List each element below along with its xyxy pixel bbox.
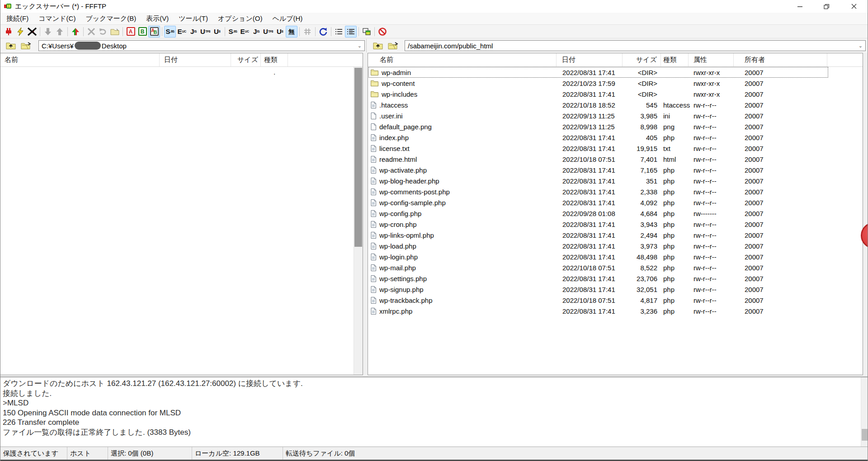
make-directory-button[interactable] xyxy=(109,26,121,38)
remote-header-attr[interactable]: 属性 xyxy=(689,53,734,66)
file-size-cell: <DIR> xyxy=(623,80,661,87)
remote-change-folder-button[interactable] xyxy=(387,40,400,51)
local-path-dropdown-icon[interactable]: ⌄ xyxy=(358,43,362,49)
local-header-type[interactable]: 種類 xyxy=(261,53,288,66)
remote-file-row[interactable]: wp-blog-header.php2022/08/31 17:41351php… xyxy=(368,175,828,186)
remote-file-row[interactable]: wp-comments-post.php2022/08/31 17:412,33… xyxy=(368,186,828,197)
local-kanji-utf8n-button[interactable]: U8 xyxy=(274,26,286,38)
local-path-combobox[interactable]: C:¥Users¥Desktop ⌄ xyxy=(38,40,365,51)
remote-file-row[interactable]: wp-mail.php2022/10/18 07:518,522phprw-r-… xyxy=(368,262,828,273)
remote-file-row[interactable]: wp-links-opml.php2022/08/31 17:412,494ph… xyxy=(368,230,828,240)
close-button[interactable] xyxy=(840,0,868,13)
restore-button[interactable] xyxy=(813,0,840,13)
file-date-cell: 2022/09/13 11:25 xyxy=(557,112,623,120)
quick-connect-button[interactable] xyxy=(14,26,26,38)
file-name-cell: readme.html xyxy=(368,155,557,163)
host-kanji-sjis-button[interactable]: SJIS xyxy=(164,26,176,38)
menu-item-bookmark[interactable]: ブックマーク(B) xyxy=(80,13,141,24)
menu-item-tool[interactable]: ツール(T) xyxy=(174,13,213,24)
mirror-upload-button[interactable] xyxy=(70,26,81,38)
remote-file-row[interactable]: wp-cron.php2022/08/31 17:413,943phprw-r-… xyxy=(368,219,828,230)
title-bar: エックスサーバー (*) - FFFTP xyxy=(0,0,868,13)
remote-file-row[interactable]: license.txt2022/08/31 17:4119,915txtrw-r… xyxy=(368,143,828,154)
remote-file-row[interactable]: wp-activate.php2022/08/31 17:417,165phpr… xyxy=(368,165,828,175)
file-date-cell: 2022/08/31 17:41 xyxy=(557,231,623,239)
folder-open-icon xyxy=(21,42,32,50)
halfwidth-kana-button[interactable] xyxy=(302,26,313,38)
remote-header-date[interactable]: 日付 xyxy=(557,53,623,66)
file-type-cell: php xyxy=(661,286,689,293)
menu-item-help[interactable]: ヘルプ(H) xyxy=(267,13,307,24)
local-kanji-utf8-button[interactable]: UTF8 xyxy=(262,26,274,38)
local-kanji-jis-button[interactable]: JIS xyxy=(250,26,262,38)
file-type-cell: png xyxy=(661,123,689,131)
minimize-button[interactable] xyxy=(787,0,813,13)
remote-file-row[interactable]: wp-config.php2022/09/28 01:084,684phprw-… xyxy=(368,208,828,219)
local-up-folder-button[interactable] xyxy=(4,40,18,51)
ascii-mode-button[interactable]: A xyxy=(125,26,137,38)
remote-file-row[interactable]: wp-admin2022/08/31 17:41<DIR>rwxr-xr-x20… xyxy=(368,67,828,78)
download-button[interactable] xyxy=(42,26,54,38)
remote-file-row[interactable]: readme.html2022/10/18 07:517,401htmlrw-r… xyxy=(368,154,828,165)
host-kanji-euc-button[interactable]: EUC xyxy=(176,26,188,38)
remote-file-row[interactable]: default_page.png2022/09/13 11:258,998png… xyxy=(368,121,828,132)
host-kanji-utf8-button[interactable]: UTF8 xyxy=(199,26,211,38)
kanji-main-letter: J xyxy=(190,28,194,35)
file-name: wp-cron.php xyxy=(379,221,417,228)
remote-file-row[interactable]: wp-signup.php2022/08/31 17:4132,051phprw… xyxy=(368,284,828,295)
undo-button[interactable] xyxy=(97,26,109,38)
menu-item-option[interactable]: オプション(O) xyxy=(213,13,267,24)
local-header-name[interactable]: 名前 xyxy=(0,53,160,66)
transfer-display-button[interactable] xyxy=(361,26,373,38)
menu-item-view[interactable]: 表示(V) xyxy=(141,13,174,24)
remote-header-size[interactable]: サイズ xyxy=(623,53,661,66)
remote-file-row[interactable]: wp-settings.php2022/08/31 17:4123,706php… xyxy=(368,273,828,284)
remote-file-row[interactable]: .htaccess2022/10/18 18:52545htaccessrw-r… xyxy=(368,99,828,110)
remote-path-dropdown-icon[interactable]: ⌄ xyxy=(859,43,863,49)
remote-header-name[interactable]: 名前 xyxy=(368,53,557,66)
remote-header-owner[interactable]: 所有者 xyxy=(734,53,827,66)
remote-header-type[interactable]: 種類 xyxy=(661,53,689,66)
local-panel-scrollbar[interactable] xyxy=(354,67,363,375)
connect-button[interactable] xyxy=(3,26,14,38)
file-owner-cell: 20007 xyxy=(734,166,827,174)
binary-mode-button[interactable]: B xyxy=(137,26,148,38)
local-change-folder-button[interactable] xyxy=(19,40,33,51)
remote-file-row[interactable]: .user.ini2022/09/13 11:253,985inirw-r--r… xyxy=(368,110,828,121)
detail-view-button[interactable] xyxy=(345,26,357,38)
log-scrollbar[interactable] xyxy=(861,377,868,447)
remote-file-row[interactable]: index.php2022/08/31 17:41405phprw-r--r--… xyxy=(368,132,828,143)
file-owner-cell: 20007 xyxy=(734,199,827,207)
disconnect-button[interactable] xyxy=(26,26,38,38)
remote-file-row[interactable]: wp-config-sample.php2022/08/31 17:414,09… xyxy=(368,197,828,208)
delete-button[interactable] xyxy=(85,26,97,38)
kanji-suffix: IS xyxy=(257,30,259,33)
abort-button[interactable] xyxy=(377,26,388,38)
file-icon xyxy=(371,221,376,228)
refresh-button[interactable] xyxy=(317,26,329,38)
menu-item-command[interactable]: コマンド(C) xyxy=(33,13,80,24)
log-scrollbar-thumb[interactable] xyxy=(862,429,868,441)
remote-file-row[interactable]: wp-trackback.php2022/10/18 07:514,817php… xyxy=(368,295,828,306)
local-header-size[interactable]: サイズ xyxy=(231,53,261,66)
host-kanji-utf8n-button[interactable]: U8 xyxy=(211,26,223,38)
remote-up-folder-button[interactable] xyxy=(371,40,385,51)
local-kanji-sjis-button[interactable]: SJIS xyxy=(227,26,239,38)
remote-file-row[interactable]: wp-login.php2022/08/31 17:4148,498phprw-… xyxy=(368,251,828,262)
file-icon xyxy=(371,308,376,315)
remote-file-row[interactable]: wp-load.php2022/08/31 17:413,973phprw-r-… xyxy=(368,240,828,251)
local-scrollbar-thumb[interactable] xyxy=(354,68,362,247)
remote-file-row[interactable]: xmlrpc.php2022/08/31 17:413,236phprw-r--… xyxy=(368,306,828,316)
auto-mode-button[interactable]: AB xyxy=(148,26,160,38)
kanji-main-letter: U xyxy=(277,28,282,35)
menu-item-connect[interactable]: 接続(F) xyxy=(1,13,33,24)
remote-path-combobox[interactable]: /sabameijin.com/public_html ⌄ xyxy=(405,40,866,51)
host-kanji-jis-button[interactable]: JIS xyxy=(188,26,199,38)
remote-file-row[interactable]: wp-content2022/10/23 17:59<DIR>rwxr-xr-x… xyxy=(368,78,828,89)
local-header-date[interactable]: 日付 xyxy=(160,53,231,66)
upload-button[interactable] xyxy=(54,26,66,38)
remote-file-row[interactable]: wp-includes2022/08/31 17:41<DIR>rwxr-xr-… xyxy=(368,89,828,99)
local-kanji-none-button[interactable]: 無 xyxy=(286,26,297,38)
local-kanji-euc-button[interactable]: EUC xyxy=(239,26,250,38)
list-view-button[interactable] xyxy=(333,26,345,38)
